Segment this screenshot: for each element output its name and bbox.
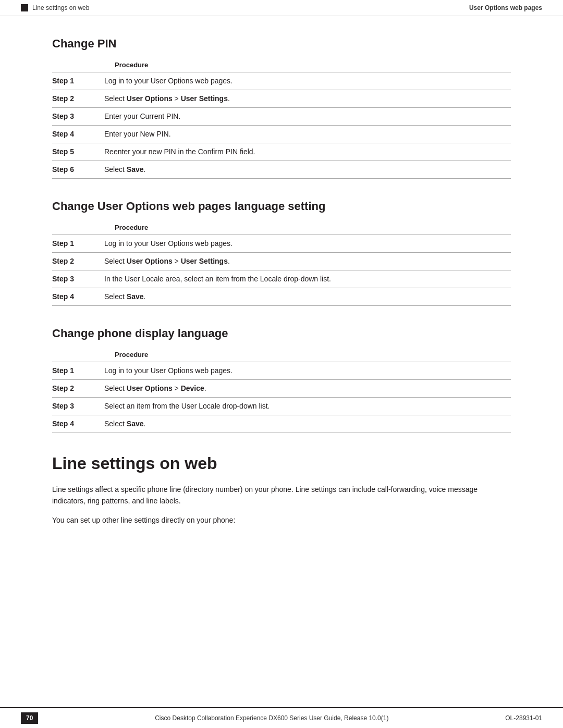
step-content: Enter your New PIN.: [104, 126, 511, 143]
footer-page-number: 70: [21, 712, 38, 724]
table-row: Step 4 Enter your New PIN.: [52, 126, 511, 143]
change-language-procedure-label: Procedure: [52, 224, 511, 231]
step-label: Step 2: [52, 90, 104, 108]
step-label: Step 4: [52, 126, 104, 143]
top-bar-left: Line settings on web: [21, 4, 89, 11]
change-language-section: Change User Options web pages language s…: [52, 200, 511, 306]
step-label: Step 3: [52, 108, 104, 126]
footer-right-text: OL-28931-01: [505, 714, 542, 722]
step-label: Step 1: [52, 362, 104, 380]
step-label: Step 3: [52, 398, 104, 415]
footer-bar: 70 Cisco Desktop Collaboration Experienc…: [0, 707, 563, 728]
step-label: Step 5: [52, 143, 104, 161]
content-area: Change PIN Procedure Step 1 Log in to yo…: [0, 16, 563, 588]
step-label: Step 1: [52, 235, 104, 253]
change-pin-procedure-label: Procedure: [52, 61, 511, 69]
change-phone-display-procedure-label: Procedure: [52, 351, 511, 359]
change-phone-display-section: Change phone display language Procedure …: [52, 327, 511, 433]
top-bar-square-icon: [21, 4, 28, 11]
change-phone-display-table: Step 1 Log in to your User Options web p…: [52, 362, 511, 433]
step-content: Select Save.: [104, 161, 511, 179]
step-content: Select User Options > User Settings.: [104, 90, 511, 108]
change-phone-display-title: Change phone display language: [52, 327, 511, 340]
change-pin-title: Change PIN: [52, 37, 511, 51]
table-row: Step 1 Log in to your User Options web p…: [52, 72, 511, 90]
table-row: Step 2 Select User Options > Device.: [52, 380, 511, 398]
line-settings-intro1: Line settings affect a specific phone li…: [52, 484, 480, 507]
table-row: Step 3 Enter your Current PIN.: [52, 108, 511, 126]
step-content: Select Save.: [104, 415, 511, 433]
table-row: Step 1 Log in to your User Options web p…: [52, 235, 511, 253]
table-row: Step 4 Select Save.: [52, 415, 511, 433]
step-content: Log in to your User Options web pages.: [104, 235, 511, 253]
table-row: Step 3 Select an item from the User Loca…: [52, 398, 511, 415]
step-label: Step 4: [52, 288, 104, 306]
step-content: Log in to your User Options web pages.: [104, 362, 511, 380]
step-content: In the User Locale area, select an item …: [104, 270, 511, 288]
table-row: Step 5 Reenter your new PIN in the Confi…: [52, 143, 511, 161]
top-bar-left-label: Line settings on web: [32, 4, 89, 11]
step-label: Step 3: [52, 270, 104, 288]
step-content: Select an item from the User Locale drop…: [104, 398, 511, 415]
change-language-title: Change User Options web pages language s…: [52, 200, 511, 213]
step-content: Select User Options > Device.: [104, 380, 511, 398]
change-language-table: Step 1 Log in to your User Options web p…: [52, 235, 511, 306]
change-pin-table: Step 1 Log in to your User Options web p…: [52, 72, 511, 179]
step-content: Reenter your new PIN in the Confirm PIN …: [104, 143, 511, 161]
table-row: Step 6 Select Save.: [52, 161, 511, 179]
table-row: Step 2 Select User Options > User Settin…: [52, 253, 511, 270]
top-bar-right-label: User Options web pages: [469, 4, 542, 11]
top-bar: Line settings on web User Options web pa…: [0, 0, 563, 16]
step-label: Step 1: [52, 72, 104, 90]
table-row: Step 4 Select Save.: [52, 288, 511, 306]
step-label: Step 6: [52, 161, 104, 179]
table-row: Step 2 Select User Options > User Settin…: [52, 90, 511, 108]
table-row: Step 3 In the User Locale area, select a…: [52, 270, 511, 288]
step-content: Enter your Current PIN.: [104, 108, 511, 126]
step-content: Log in to your User Options web pages.: [104, 72, 511, 90]
step-content: Select User Options > User Settings.: [104, 253, 511, 270]
step-label: Step 4: [52, 415, 104, 433]
line-settings-title: Line settings on web: [52, 454, 511, 473]
line-settings-intro2: You can set up other line settings direc…: [52, 514, 480, 526]
line-settings-section: Line settings on web Line settings affec…: [52, 454, 511, 526]
change-pin-section: Change PIN Procedure Step 1 Log in to yo…: [52, 37, 511, 179]
step-label: Step 2: [52, 253, 104, 270]
footer-center-text: Cisco Desktop Collaboration Experience D…: [155, 714, 388, 722]
table-row: Step 1 Log in to your User Options web p…: [52, 362, 511, 380]
step-content: Select Save.: [104, 288, 511, 306]
step-label: Step 2: [52, 380, 104, 398]
